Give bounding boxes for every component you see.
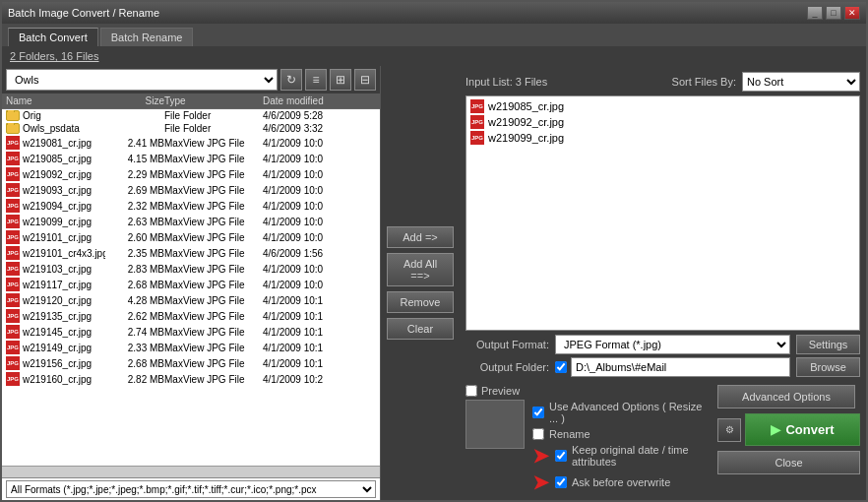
folder-icon bbox=[6, 123, 20, 134]
view-list-button[interactable]: ≡ bbox=[305, 69, 327, 91]
file-name: w219101_cr4x3.jpg bbox=[23, 248, 105, 259]
file-row[interactable]: JPGw219085_cr.jpg4.15 MBMaxView JPG File… bbox=[2, 151, 380, 166]
tab-batch-rename[interactable]: Batch Rename bbox=[100, 28, 194, 46]
clear-button[interactable]: Clear bbox=[387, 318, 454, 340]
folder-select[interactable]: Owls bbox=[6, 69, 278, 91]
browse-button[interactable]: Browse bbox=[796, 357, 860, 377]
ask-overwrite-label: Ask before overwrite bbox=[572, 476, 670, 488]
input-file-list[interactable]: JPGw219085_cr.jpgJPGw219092_cr.jpgJPGw21… bbox=[465, 95, 860, 331]
convert-options-icon[interactable]: ⚙ bbox=[717, 418, 741, 442]
preview-checkbox[interactable] bbox=[465, 385, 477, 397]
file-name: w219135_cr.jpg bbox=[23, 311, 92, 322]
output-format-select[interactable]: JPEG Format (*.jpg) bbox=[555, 335, 790, 354]
file-row[interactable]: JPGw219145_cr.jpg2.74 MBMaxView JPG File… bbox=[2, 324, 380, 340]
format-filter-select[interactable]: All Formats (*.jpg;*.jpe;*.jpeg;*.bmp;*.… bbox=[6, 480, 376, 498]
rename-label: Rename bbox=[549, 428, 590, 440]
file-row[interactable]: JPGw219135_cr.jpg2.62 MBMaxView JPG File… bbox=[2, 308, 380, 324]
convert-button[interactable]: ▶ Convert bbox=[745, 413, 860, 446]
file-row[interactable]: OrigFile Folder4/6/2009 5:28 bbox=[2, 109, 380, 122]
file-type: MaxView JPG File bbox=[164, 343, 263, 353]
file-row[interactable]: JPGw219093_cr.jpg2.69 MBMaxView JPG File… bbox=[2, 182, 380, 198]
file-type: MaxView JPG File bbox=[164, 217, 263, 227]
tab-batch-convert[interactable]: Batch Convert bbox=[8, 28, 98, 46]
maximize-button[interactable]: □ bbox=[826, 6, 841, 20]
settings-button[interactable]: Settings bbox=[796, 335, 860, 354]
file-size: 2.68 MB bbox=[105, 280, 164, 290]
file-row[interactable]: JPGw219094_cr.jpg2.32 MBMaxView JPG File… bbox=[2, 198, 380, 214]
input-file-row[interactable]: JPGw219092_cr.jpg bbox=[468, 114, 857, 130]
jpg-icon: JPG bbox=[6, 199, 20, 213]
input-file-row[interactable]: JPGw219085_cr.jpg bbox=[468, 98, 857, 114]
file-size: 2.33 MB bbox=[105, 343, 164, 353]
file-name: w219081_cr.jpg bbox=[23, 138, 92, 149]
header-date: Date modified bbox=[263, 95, 376, 106]
file-size: 2.82 MB bbox=[105, 374, 164, 385]
jpg-icon: JPG bbox=[470, 115, 484, 129]
file-row[interactable]: Owls_psdataFile Folder4/6/2009 3:32 bbox=[2, 122, 380, 135]
add-button[interactable]: Add => bbox=[387, 226, 454, 248]
folder-nav: Owls ↻ ≡ ⊞ ⊟ bbox=[2, 66, 380, 94]
file-row[interactable]: JPGw219149_cr.jpg2.33 MBMaxView JPG File… bbox=[2, 340, 380, 355]
sort-select[interactable]: No Sort Name Size Date bbox=[742, 72, 860, 92]
file-list[interactable]: OrigFile Folder4/6/2009 5:28Owls_psdataF… bbox=[2, 109, 380, 466]
folder-info[interactable]: 2 Folders, 16 Files bbox=[2, 46, 866, 66]
input-file-row[interactable]: JPGw219099_cr.jpg bbox=[468, 130, 857, 146]
output-folder-input[interactable] bbox=[571, 357, 790, 377]
file-size: 2.69 MB bbox=[105, 185, 164, 196]
advanced-options-button[interactable]: Advanced Options bbox=[717, 385, 855, 408]
file-type: MaxView JPG File bbox=[164, 264, 263, 275]
add-all-button[interactable]: Add All ==> bbox=[387, 253, 454, 286]
file-date: 4/1/2009 10:1 bbox=[263, 311, 376, 322]
file-row[interactable]: JPGw219099_cr.jpg2.63 MBMaxView JPG File… bbox=[2, 214, 380, 229]
bottom-right: Advanced Options ⚙ ▶ Convert Close bbox=[717, 385, 860, 494]
file-name: w219094_cr.jpg bbox=[23, 201, 92, 212]
output-folder-checkbox[interactable] bbox=[555, 361, 567, 373]
use-advanced-checkbox[interactable] bbox=[532, 407, 544, 418]
file-row[interactable]: JPGw219160_cr.jpg2.82 MBMaxView JPG File… bbox=[2, 371, 380, 387]
close-button[interactable]: Close bbox=[717, 451, 860, 474]
file-type: MaxView JPG File bbox=[164, 248, 263, 259]
file-list-header: Name Size Type Date modified bbox=[2, 94, 380, 109]
file-row[interactable]: JPGw219101_cr.jpg2.60 MBMaxView JPG File… bbox=[2, 229, 380, 245]
jpg-icon: JPG bbox=[6, 309, 20, 323]
ask-overwrite-checkbox[interactable] bbox=[555, 476, 567, 488]
rename-checkbox[interactable] bbox=[532, 428, 544, 440]
view-details-button[interactable]: ⊞ bbox=[330, 69, 351, 91]
remove-button[interactable]: Remove bbox=[387, 291, 454, 313]
file-type: MaxView JPG File bbox=[164, 232, 263, 243]
file-row[interactable]: JPGw219120_cr.jpg4.28 MBMaxView JPG File… bbox=[2, 292, 380, 308]
file-type: MaxView JPG File bbox=[164, 201, 263, 212]
file-row[interactable]: JPGw219101_cr4x3.jpg2.35 MBMaxView JPG F… bbox=[2, 245, 380, 261]
keep-date-checkbox[interactable] bbox=[555, 450, 567, 462]
input-file-name: w219099_cr.jpg bbox=[488, 132, 564, 144]
minimize-button[interactable]: _ bbox=[807, 6, 823, 20]
file-name: w219145_cr.jpg bbox=[23, 327, 92, 338]
file-row[interactable]: JPGw219081_cr.jpg2.41 MBMaxView JPG File… bbox=[2, 135, 380, 151]
view-tiles-button[interactable]: ⊟ bbox=[354, 69, 376, 91]
horizontal-scrollbar[interactable] bbox=[2, 466, 380, 477]
file-size: 2.83 MB bbox=[105, 264, 164, 275]
file-size: 2.63 MB bbox=[105, 217, 164, 227]
refresh-icon: ↻ bbox=[286, 73, 296, 87]
file-date: 4/1/2009 10:0 bbox=[263, 201, 376, 212]
file-row[interactable]: JPGw219156_cr.jpg2.68 MBMaxView JPG File… bbox=[2, 355, 380, 371]
left-panel: Owls ↻ ≡ ⊞ ⊟ Na bbox=[2, 66, 381, 500]
jpg-icon: JPG bbox=[6, 325, 20, 339]
output-folder-row: Output Folder: Browse bbox=[465, 357, 860, 377]
file-row[interactable]: JPGw219117_cr.jpg2.68 MBMaxView JPG File… bbox=[2, 277, 380, 292]
bottom-left: Preview Use Advanced Options ( Resize ..… bbox=[465, 385, 712, 494]
output-format-row: Output Format: JPEG Format (*.jpg) Setti… bbox=[465, 335, 860, 354]
refresh-button[interactable]: ↻ bbox=[280, 69, 302, 91]
file-row[interactable]: JPGw219092_cr.jpg2.29 MBMaxView JPG File… bbox=[2, 166, 380, 182]
sort-label: Sort Files By: bbox=[672, 76, 736, 88]
file-name: w219093_cr.jpg bbox=[23, 185, 92, 196]
title-bar: Batch Image Convert / Rename _ □ ✕ bbox=[2, 2, 866, 24]
file-name: Orig bbox=[23, 110, 41, 121]
file-type: MaxView JPG File bbox=[164, 185, 263, 196]
file-row[interactable]: JPGw219103_cr.jpg2.83 MBMaxView JPG File… bbox=[2, 261, 380, 277]
preview-label: Preview bbox=[481, 385, 520, 397]
keep-date-row: Keep original date / time attributes bbox=[555, 443, 712, 469]
close-window-button[interactable]: ✕ bbox=[844, 6, 860, 20]
file-name: w219099_cr.jpg bbox=[23, 217, 92, 227]
file-name: w219160_cr.jpg bbox=[23, 374, 92, 385]
